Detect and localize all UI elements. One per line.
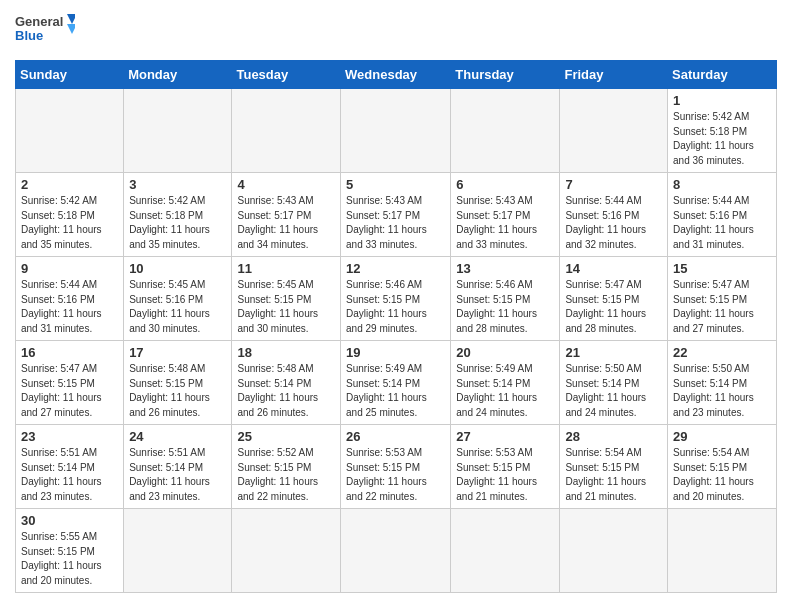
day-info: Sunrise: 5:45 AM Sunset: 5:15 PM Dayligh…: [237, 278, 335, 336]
day-number: 28: [565, 429, 662, 444]
calendar-cell: 15Sunrise: 5:47 AM Sunset: 5:15 PM Dayli…: [668, 257, 777, 341]
weekday-header: Tuesday: [232, 61, 341, 89]
day-number: 21: [565, 345, 662, 360]
day-number: 1: [673, 93, 771, 108]
day-number: 23: [21, 429, 118, 444]
day-info: Sunrise: 5:44 AM Sunset: 5:16 PM Dayligh…: [21, 278, 118, 336]
day-number: 11: [237, 261, 335, 276]
calendar-week-row: 23Sunrise: 5:51 AM Sunset: 5:14 PM Dayli…: [16, 425, 777, 509]
calendar-cell: 29Sunrise: 5:54 AM Sunset: 5:15 PM Dayli…: [668, 425, 777, 509]
day-info: Sunrise: 5:44 AM Sunset: 5:16 PM Dayligh…: [565, 194, 662, 252]
day-info: Sunrise: 5:48 AM Sunset: 5:14 PM Dayligh…: [237, 362, 335, 420]
calendar-cell: 26Sunrise: 5:53 AM Sunset: 5:15 PM Dayli…: [341, 425, 451, 509]
calendar-cell: [560, 509, 668, 593]
calendar-cell: 18Sunrise: 5:48 AM Sunset: 5:14 PM Dayli…: [232, 341, 341, 425]
day-info: Sunrise: 5:49 AM Sunset: 5:14 PM Dayligh…: [456, 362, 554, 420]
day-number: 19: [346, 345, 445, 360]
calendar-cell: 16Sunrise: 5:47 AM Sunset: 5:15 PM Dayli…: [16, 341, 124, 425]
day-info: Sunrise: 5:46 AM Sunset: 5:15 PM Dayligh…: [346, 278, 445, 336]
day-number: 7: [565, 177, 662, 192]
svg-text:Blue: Blue: [15, 28, 43, 43]
calendar-cell: 13Sunrise: 5:46 AM Sunset: 5:15 PM Dayli…: [451, 257, 560, 341]
calendar-cell: 19Sunrise: 5:49 AM Sunset: 5:14 PM Dayli…: [341, 341, 451, 425]
page: General Blue SundayMondayTuesdayWednesda…: [0, 0, 792, 603]
day-number: 18: [237, 345, 335, 360]
day-info: Sunrise: 5:50 AM Sunset: 5:14 PM Dayligh…: [673, 362, 771, 420]
calendar-cell: 1Sunrise: 5:42 AM Sunset: 5:18 PM Daylig…: [668, 89, 777, 173]
calendar-cell: 28Sunrise: 5:54 AM Sunset: 5:15 PM Dayli…: [560, 425, 668, 509]
day-number: 30: [21, 513, 118, 528]
day-info: Sunrise: 5:50 AM Sunset: 5:14 PM Dayligh…: [565, 362, 662, 420]
day-number: 4: [237, 177, 335, 192]
header: General Blue: [15, 10, 777, 52]
calendar-cell: 4Sunrise: 5:43 AM Sunset: 5:17 PM Daylig…: [232, 173, 341, 257]
calendar-cell: 22Sunrise: 5:50 AM Sunset: 5:14 PM Dayli…: [668, 341, 777, 425]
calendar-cell: 11Sunrise: 5:45 AM Sunset: 5:15 PM Dayli…: [232, 257, 341, 341]
day-info: Sunrise: 5:52 AM Sunset: 5:15 PM Dayligh…: [237, 446, 335, 504]
calendar-cell: [560, 89, 668, 173]
day-number: 14: [565, 261, 662, 276]
calendar-cell: [451, 509, 560, 593]
day-number: 5: [346, 177, 445, 192]
day-number: 29: [673, 429, 771, 444]
day-info: Sunrise: 5:49 AM Sunset: 5:14 PM Dayligh…: [346, 362, 445, 420]
day-number: 16: [21, 345, 118, 360]
day-info: Sunrise: 5:53 AM Sunset: 5:15 PM Dayligh…: [456, 446, 554, 504]
day-info: Sunrise: 5:47 AM Sunset: 5:15 PM Dayligh…: [565, 278, 662, 336]
calendar-cell: 7Sunrise: 5:44 AM Sunset: 5:16 PM Daylig…: [560, 173, 668, 257]
calendar-cell: 30Sunrise: 5:55 AM Sunset: 5:15 PM Dayli…: [16, 509, 124, 593]
calendar-cell: 17Sunrise: 5:48 AM Sunset: 5:15 PM Dayli…: [124, 341, 232, 425]
calendar-week-row: 2Sunrise: 5:42 AM Sunset: 5:18 PM Daylig…: [16, 173, 777, 257]
calendar-header: SundayMondayTuesdayWednesdayThursdayFrid…: [16, 61, 777, 89]
calendar-cell: 27Sunrise: 5:53 AM Sunset: 5:15 PM Dayli…: [451, 425, 560, 509]
day-info: Sunrise: 5:54 AM Sunset: 5:15 PM Dayligh…: [565, 446, 662, 504]
day-number: 17: [129, 345, 226, 360]
day-number: 3: [129, 177, 226, 192]
calendar-cell: [232, 509, 341, 593]
day-info: Sunrise: 5:55 AM Sunset: 5:15 PM Dayligh…: [21, 530, 118, 588]
calendar-cell: [668, 509, 777, 593]
day-number: 20: [456, 345, 554, 360]
calendar-week-row: 1Sunrise: 5:42 AM Sunset: 5:18 PM Daylig…: [16, 89, 777, 173]
calendar-cell: [451, 89, 560, 173]
calendar-cell: 6Sunrise: 5:43 AM Sunset: 5:17 PM Daylig…: [451, 173, 560, 257]
weekday-header: Wednesday: [341, 61, 451, 89]
calendar-cell: 20Sunrise: 5:49 AM Sunset: 5:14 PM Dayli…: [451, 341, 560, 425]
day-info: Sunrise: 5:46 AM Sunset: 5:15 PM Dayligh…: [456, 278, 554, 336]
weekday-header: Monday: [124, 61, 232, 89]
calendar-table: SundayMondayTuesdayWednesdayThursdayFrid…: [15, 60, 777, 593]
day-number: 12: [346, 261, 445, 276]
logo: General Blue: [15, 10, 75, 52]
calendar-cell: [124, 89, 232, 173]
calendar-cell: 10Sunrise: 5:45 AM Sunset: 5:16 PM Dayli…: [124, 257, 232, 341]
day-number: 13: [456, 261, 554, 276]
calendar-cell: 8Sunrise: 5:44 AM Sunset: 5:16 PM Daylig…: [668, 173, 777, 257]
day-info: Sunrise: 5:45 AM Sunset: 5:16 PM Dayligh…: [129, 278, 226, 336]
day-info: Sunrise: 5:54 AM Sunset: 5:15 PM Dayligh…: [673, 446, 771, 504]
weekday-row: SundayMondayTuesdayWednesdayThursdayFrid…: [16, 61, 777, 89]
calendar-cell: [232, 89, 341, 173]
day-number: 22: [673, 345, 771, 360]
calendar-cell: 24Sunrise: 5:51 AM Sunset: 5:14 PM Dayli…: [124, 425, 232, 509]
day-info: Sunrise: 5:43 AM Sunset: 5:17 PM Dayligh…: [456, 194, 554, 252]
day-info: Sunrise: 5:42 AM Sunset: 5:18 PM Dayligh…: [673, 110, 771, 168]
calendar-cell: 9Sunrise: 5:44 AM Sunset: 5:16 PM Daylig…: [16, 257, 124, 341]
day-number: 2: [21, 177, 118, 192]
day-info: Sunrise: 5:47 AM Sunset: 5:15 PM Dayligh…: [21, 362, 118, 420]
day-number: 27: [456, 429, 554, 444]
day-info: Sunrise: 5:43 AM Sunset: 5:17 PM Dayligh…: [237, 194, 335, 252]
day-info: Sunrise: 5:44 AM Sunset: 5:16 PM Dayligh…: [673, 194, 771, 252]
logo-svg: General Blue: [15, 10, 75, 52]
day-number: 10: [129, 261, 226, 276]
calendar-cell: 3Sunrise: 5:42 AM Sunset: 5:18 PM Daylig…: [124, 173, 232, 257]
day-number: 25: [237, 429, 335, 444]
day-info: Sunrise: 5:48 AM Sunset: 5:15 PM Dayligh…: [129, 362, 226, 420]
calendar-week-row: 16Sunrise: 5:47 AM Sunset: 5:15 PM Dayli…: [16, 341, 777, 425]
calendar-cell: 23Sunrise: 5:51 AM Sunset: 5:14 PM Dayli…: [16, 425, 124, 509]
day-info: Sunrise: 5:43 AM Sunset: 5:17 PM Dayligh…: [346, 194, 445, 252]
calendar-cell: 25Sunrise: 5:52 AM Sunset: 5:15 PM Dayli…: [232, 425, 341, 509]
weekday-header: Sunday: [16, 61, 124, 89]
day-number: 6: [456, 177, 554, 192]
weekday-header: Thursday: [451, 61, 560, 89]
calendar-cell: [341, 509, 451, 593]
